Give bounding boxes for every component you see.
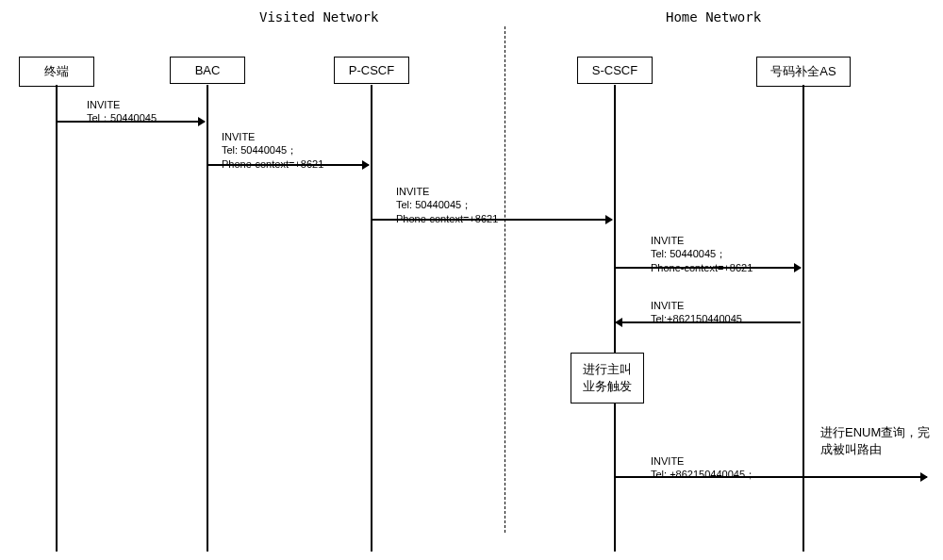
lifeline-line-pcscf (371, 85, 372, 552)
lifeline-terminal: 终端 (19, 57, 94, 87)
lifeline-bac: BAC (170, 57, 245, 84)
lifeline-as: 号码补全AS (756, 57, 851, 87)
msg3-label: INVITE Tel: 50440045； Phone-context=+862… (396, 185, 498, 225)
visited-network-label: Visited Network (259, 9, 378, 25)
home-network-label: Home Network (666, 9, 761, 25)
msg6-label: INVITE Tel: +862150440045； (651, 454, 755, 482)
network-divider (505, 26, 505, 533)
lifeline-line-terminal (56, 85, 58, 552)
action-calling-trigger: 进行主叫 业务触发 (571, 353, 644, 404)
msg1-label: INVITE Tel：50440045 (87, 98, 157, 125)
msg2-label: INVITE Tel: 50440045； Phone-context=+862… (222, 130, 323, 171)
msg5-label: INVITE Tel:+862150440045 (651, 299, 742, 326)
enum-query-label: 进行ENUM查询，完 成被叫路由 (820, 424, 930, 458)
lifeline-scscf: S-CSCF (577, 57, 653, 84)
lifeline-pcscf: P-CSCF (334, 57, 409, 84)
lifeline-line-bac (207, 85, 208, 552)
msg4-label: INVITE Tel: 50440045； Phone-context=+862… (651, 234, 753, 274)
lifeline-line-as (802, 85, 804, 552)
